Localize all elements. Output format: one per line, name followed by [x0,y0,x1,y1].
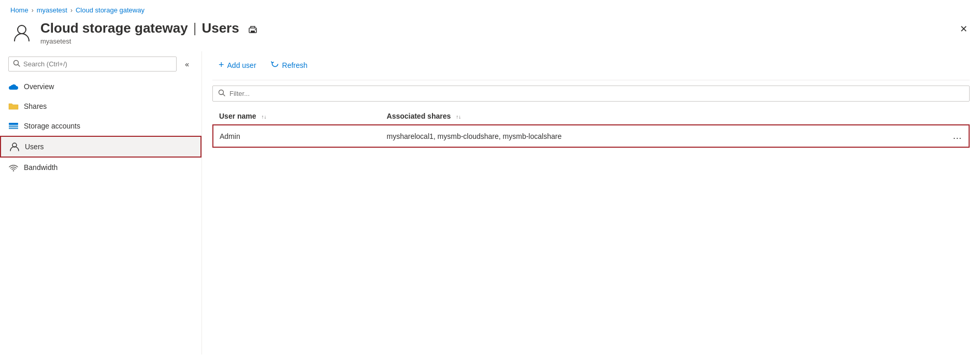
user-icon [9,141,20,152]
header-title-text: Cloud storage gateway [40,20,188,36]
breadcrumb-current[interactable]: Cloud storage gateway [76,6,145,14]
svg-rect-2 [251,31,255,33]
sidebar-storage-label: Storage accounts [24,122,80,130]
sidebar-shares-label: Shares [24,102,47,110]
refresh-icon [271,60,279,70]
collapse-button[interactable]: « [181,57,195,72]
svg-point-0 [18,25,26,34]
breadcrumb-sep2: › [70,7,73,14]
cell-associated-shares: mysharelocal1, mysmb-cloudshare, mysmb-l… [381,125,905,147]
add-icon: + [219,60,224,70]
svg-rect-8 [9,127,18,129]
storage-icon [8,121,19,131]
col-username: User name ↑↓ [213,108,381,125]
main-layout: « Overview Shares [0,51,980,354]
add-user-label: Add user [227,61,256,69]
header-title-block: Cloud storage gateway | Users myasetest [40,20,258,45]
sidebar: « Overview Shares [0,51,202,354]
sidebar-item-users[interactable]: Users [0,136,201,158]
sidebar-item-shares[interactable]: Shares [0,96,201,116]
users-table: User name ↑↓ Associated shares ↑↓ Admin … [212,108,970,148]
svg-point-3 [255,29,256,30]
toolbar: + Add user Refresh [212,51,970,80]
content-area: + Add user Refresh [202,51,980,354]
folder-icon [8,101,19,111]
breadcrumb: Home › myasetest › Cloud storage gateway [0,0,980,18]
header-section-text: Users [201,20,239,36]
header-left: Cloud storage gateway | Users myasetest [10,20,258,45]
cell-username: Admin [213,125,381,147]
svg-line-12 [223,94,225,96]
svg-point-10 [13,170,14,171]
breadcrumb-myasetest[interactable]: myasetest [37,6,67,14]
sidebar-bandwidth-label: Bandwidth [24,163,57,172]
header-title: Cloud storage gateway | Users [40,20,258,36]
header-subtitle: myasetest [40,37,258,45]
sidebar-overview-label: Overview [24,82,54,91]
header-area: Cloud storage gateway | Users myasetest … [0,18,980,51]
filter-input[interactable] [229,90,964,97]
filter-bar[interactable] [212,86,970,102]
row-actions-button[interactable]: … [905,125,969,147]
svg-line-5 [18,65,20,67]
table-row: Admin mysharelocal1, mysmb-cloudshare, m… [213,125,969,147]
sidebar-item-bandwidth[interactable]: Bandwidth [0,158,201,177]
resource-icon [10,21,33,44]
search-input[interactable] [23,60,172,68]
svg-rect-7 [9,125,18,127]
sidebar-item-storage-accounts[interactable]: Storage accounts [0,116,201,136]
search-icon [13,60,20,68]
breadcrumb-sep1: › [32,7,34,14]
search-bar[interactable] [8,56,177,72]
refresh-button[interactable]: Refresh [265,57,314,73]
col-associated-shares: Associated shares ↑↓ [381,108,905,125]
search-bar-container: « [0,53,201,77]
print-icon[interactable] [248,24,258,35]
svg-rect-6 [9,123,18,125]
breadcrumb-home[interactable]: Home [10,6,28,14]
header-divider: | [193,20,197,36]
sidebar-item-overview[interactable]: Overview [0,77,201,96]
filter-icon [218,89,225,98]
close-icon[interactable]: ✕ [958,21,970,37]
wifi-icon [8,162,19,173]
sidebar-users-label: Users [25,143,44,151]
add-user-button[interactable]: + Add user [212,56,263,74]
sort-username-icon[interactable]: ↑↓ [261,114,266,120]
cloud-icon [8,81,19,92]
sort-shares-icon[interactable]: ↑↓ [456,114,461,120]
refresh-label: Refresh [282,61,308,69]
